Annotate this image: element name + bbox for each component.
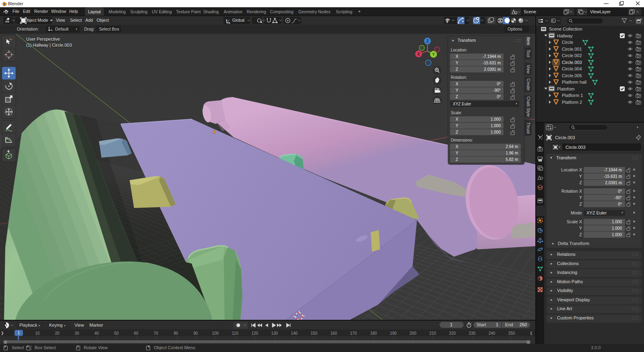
svg-text:Platform hall: Platform hall — [562, 80, 586, 84]
svg-text:Platfiorm 1: Platfiorm 1 — [562, 93, 583, 98]
svg-text:Circle.003: Circle.003 — [562, 60, 582, 65]
svg-text:Z: Z — [426, 39, 429, 43]
svg-text:Y: Y — [432, 52, 435, 57]
svg-text:Circle.004: Circle.004 — [562, 66, 582, 71]
svg-text:Hallway: Hallway — [557, 33, 573, 38]
svg-text:Platofom: Platofom — [557, 86, 574, 91]
svg-text:Circle.001: Circle.001 — [562, 47, 582, 51]
svg-text:Scene Collection: Scene Collection — [549, 27, 582, 31]
svg-text:Circle: Circle — [562, 40, 573, 45]
svg-text:Circle.002: Circle.002 — [562, 53, 582, 58]
svg-text:Circle.005: Circle.005 — [562, 73, 582, 78]
svg-text:Platform 2: Platform 2 — [562, 100, 582, 105]
svg-text:X: X — [417, 52, 420, 56]
